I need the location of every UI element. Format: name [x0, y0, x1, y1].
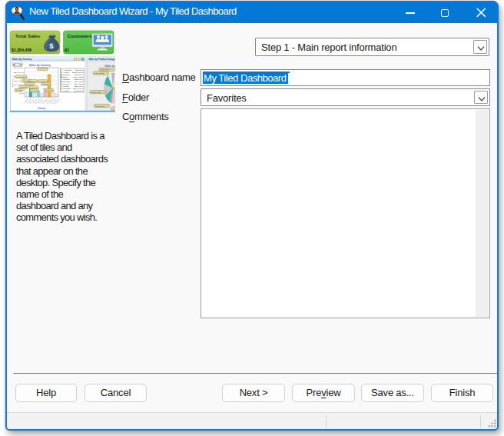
svg-text:Customers: Customers [68, 33, 92, 38]
svg-text:$0.00: $0.00 [19, 92, 25, 95]
svg-text:$57,317.3: $57,317.3 [75, 90, 84, 92]
svg-text:Sales by Country: Sales by Country [29, 64, 51, 67]
svg-text:Total Price: Total Price [12, 78, 14, 88]
svg-text:$300,000.00: $300,000.00 [14, 67, 25, 69]
svg-text:91: 91 [65, 48, 69, 52]
svg-text:Sales by Country: Sales by Country [12, 58, 32, 61]
svg-text:$250,000.00: $250,000.00 [14, 72, 25, 74]
svg-text:Sales by Product Category: Sales by Product Category [89, 58, 116, 61]
svg-text:Ireland: Ireland [63, 90, 69, 92]
svg-text:Country: Country [38, 107, 46, 110]
svg-text:Sales by Product: Sales by Product [105, 65, 116, 68]
svg-text:$: $ [49, 42, 54, 50]
svg-text:$1,354,458: $1,354,458 [12, 48, 32, 52]
svg-text:Total Sales: Total Sales [15, 33, 41, 38]
